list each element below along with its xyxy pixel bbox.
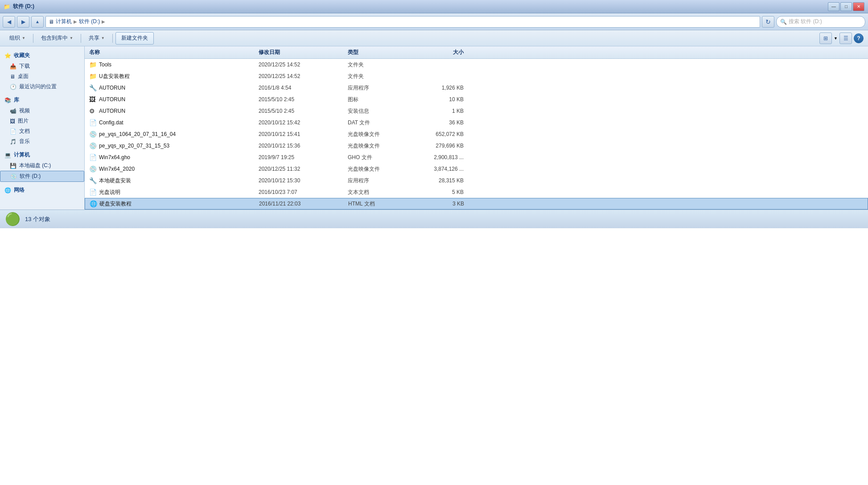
table-row[interactable]: ⚙ AUTORUN 2015/5/10 2:45 安装信息 1 KB bbox=[85, 105, 868, 117]
sidebar-item-music[interactable]: 🎵 音乐 bbox=[0, 136, 84, 147]
address-icon: 🖥 bbox=[49, 19, 54, 25]
toolbar-divider-3 bbox=[112, 34, 113, 43]
layout-button[interactable]: ☰ bbox=[839, 33, 852, 44]
file-size: 279,696 KB bbox=[419, 143, 473, 149]
sidebar-item-download[interactable]: 📥 下载 bbox=[0, 61, 84, 71]
include-library-label: 包含到库中 bbox=[41, 34, 68, 42]
table-row[interactable]: 🔧 本地硬盘安装 2020/10/12 15:30 应用程序 28,315 KB bbox=[85, 175, 868, 186]
file-date: 2020/12/25 11:32 bbox=[259, 166, 348, 172]
path-computer[interactable]: 计算机 bbox=[56, 18, 72, 25]
refresh-button[interactable]: ↻ bbox=[762, 16, 774, 28]
file-type: 应用程序 bbox=[348, 177, 419, 185]
help-button[interactable]: ? bbox=[854, 33, 864, 43]
status-app-icon: 🟢 bbox=[4, 211, 21, 227]
file-icon: 🌐 bbox=[90, 200, 99, 207]
file-name: Tools bbox=[99, 62, 259, 68]
file-icon: 📄 bbox=[89, 119, 99, 126]
file-name: 光盘说明 bbox=[99, 189, 259, 196]
table-row[interactable]: 🖼 AUTORUN 2015/5/10 2:45 图标 10 KB bbox=[85, 94, 868, 105]
file-type: 图标 bbox=[348, 96, 419, 103]
table-row[interactable]: 💿 pe_yqs_1064_20_07_31_16_04 2020/10/12 … bbox=[85, 128, 868, 140]
sidebar: ⭐ 收藏夹 📥 下载 🖥 桌面 🕐 最近访问的位置 📚 库 bbox=[0, 46, 85, 210]
addressbar: ◀ ▶ ▲ 🖥 计算机 ▶ 软件 (D:) ▶ ↻ 🔍 搜索 软件 (D:) bbox=[0, 13, 868, 30]
sidebar-header-favorites[interactable]: ⭐ 收藏夹 bbox=[0, 50, 84, 61]
file-type: 应用程序 bbox=[348, 84, 419, 92]
sidebar-header-network[interactable]: 🌐 网络 bbox=[0, 185, 84, 196]
forward-button[interactable]: ▶ bbox=[17, 16, 29, 28]
search-box[interactable]: 🔍 搜索 软件 (D:) bbox=[776, 16, 865, 28]
file-date: 2020/10/12 15:30 bbox=[259, 177, 348, 184]
view-button[interactable]: ⊞ bbox=[819, 33, 832, 44]
file-name: AUTORUN bbox=[99, 96, 259, 103]
sidebar-item-c-drive[interactable]: 💾 本地磁盘 (C:) bbox=[0, 160, 84, 171]
file-type: 文件夹 bbox=[348, 61, 419, 69]
file-icon: 💿 bbox=[89, 131, 99, 138]
window-controls: — □ ✕ bbox=[828, 2, 864, 11]
sidebar-item-image[interactable]: 🖼 图片 bbox=[0, 116, 84, 126]
file-icon: ⚙ bbox=[89, 107, 99, 115]
content-area: ⭐ 收藏夹 📥 下载 🖥 桌面 🕐 最近访问的位置 📚 库 bbox=[0, 46, 868, 210]
file-type: 光盘映像文件 bbox=[348, 131, 419, 138]
col-name[interactable]: 名称 bbox=[89, 49, 259, 56]
path-drive[interactable]: 软件 (D:) bbox=[79, 18, 100, 25]
file-name: pe_yqs_1064_20_07_31_16_04 bbox=[99, 131, 259, 137]
sidebar-item-desktop[interactable]: 🖥 桌面 bbox=[0, 71, 84, 82]
file-date: 2016/11/21 22:03 bbox=[259, 201, 348, 207]
file-date: 2015/5/10 2:45 bbox=[259, 108, 348, 114]
maximize-button[interactable]: □ bbox=[840, 2, 852, 11]
file-date: 2020/10/12 15:36 bbox=[259, 143, 348, 149]
file-size: 36 KB bbox=[419, 119, 473, 126]
file-size: 28,315 KB bbox=[419, 177, 473, 184]
table-row[interactable]: 📁 U盘安装教程 2020/12/25 14:52 文件夹 bbox=[85, 70, 868, 82]
share-button[interactable]: 共享 ▼ bbox=[84, 32, 110, 45]
back-button[interactable]: ◀ bbox=[3, 16, 15, 28]
table-row[interactable]: 💿 pe_yqs_xp_20_07_31_15_53 2020/10/12 15… bbox=[85, 140, 868, 152]
column-headers: 名称 修改日期 类型 大小 bbox=[85, 46, 868, 59]
statusbar: 🟢 13 个对象 bbox=[0, 210, 868, 228]
sidebar-header-library[interactable]: 📚 库 bbox=[0, 95, 84, 106]
file-type: 安装信息 bbox=[348, 107, 419, 115]
file-size: 2,900,813 ... bbox=[419, 154, 473, 160]
up-button[interactable]: ▲ bbox=[31, 16, 44, 28]
file-icon: 📄 bbox=[89, 154, 99, 161]
file-list: 📁 Tools 2020/12/25 14:52 文件夹 📁 U盘安装教程 20… bbox=[85, 59, 868, 210]
col-type[interactable]: 类型 bbox=[348, 49, 419, 56]
file-size: 5 KB bbox=[419, 189, 473, 195]
minimize-button[interactable]: — bbox=[828, 2, 839, 11]
close-button[interactable]: ✕ bbox=[853, 2, 864, 11]
table-row[interactable]: 📄 光盘说明 2016/10/23 7:07 文本文档 5 KB bbox=[85, 186, 868, 198]
sidebar-header-computer[interactable]: 💻 计算机 bbox=[0, 149, 84, 160]
table-row[interactable]: 📁 Tools 2020/12/25 14:52 文件夹 bbox=[85, 59, 868, 70]
col-modified[interactable]: 修改日期 bbox=[259, 49, 348, 56]
titlebar-title: 📁 软件 (D:) bbox=[4, 3, 34, 10]
music-label: 音乐 bbox=[19, 138, 30, 145]
new-folder-button[interactable]: 新建文件夹 bbox=[115, 32, 154, 45]
sidebar-item-d-drive[interactable]: 💿 软件 (D:) bbox=[0, 171, 84, 182]
address-path[interactable]: 🖥 计算机 ▶ 软件 (D:) ▶ bbox=[45, 16, 760, 28]
file-size: 652,072 KB bbox=[419, 131, 473, 137]
table-row[interactable]: 💿 Win7x64_2020 2020/12/25 11:32 光盘映像文件 3… bbox=[85, 163, 868, 175]
computer-icon: 💻 bbox=[4, 152, 11, 158]
table-row[interactable]: 🔧 AUTORUN 2016/1/8 4:54 应用程序 1,926 KB bbox=[85, 82, 868, 94]
download-icon: 📥 bbox=[10, 63, 16, 70]
image-icon: 🖼 bbox=[10, 118, 15, 124]
table-row[interactable]: 🌐 硬盘安装教程 2016/11/21 22:03 HTML 文档 3 KB bbox=[85, 198, 868, 210]
d-drive-icon: 💿 bbox=[10, 173, 17, 180]
file-type: DAT 文件 bbox=[348, 119, 419, 127]
table-row[interactable]: 📄 Config.dat 2020/10/12 15:42 DAT 文件 36 … bbox=[85, 117, 868, 128]
view-arrow[interactable]: ▼ bbox=[834, 36, 838, 41]
sidebar-item-video[interactable]: 📹 视频 bbox=[0, 106, 84, 116]
table-row[interactable]: 📄 Win7x64.gho 2019/9/7 19:25 GHO 文件 2,90… bbox=[85, 152, 868, 163]
include-library-button[interactable]: 包含到库中 ▼ bbox=[36, 32, 78, 45]
new-folder-label: 新建文件夹 bbox=[121, 35, 148, 41]
file-name: pe_yqs_xp_20_07_31_15_53 bbox=[99, 143, 259, 149]
sidebar-item-doc[interactable]: 📄 文档 bbox=[0, 126, 84, 136]
col-size[interactable]: 大小 bbox=[419, 49, 473, 56]
file-area: 名称 修改日期 类型 大小 📁 Tools 2020/12/25 14:52 文… bbox=[85, 46, 868, 210]
file-name: AUTORUN bbox=[99, 85, 259, 91]
file-date: 2019/9/7 19:25 bbox=[259, 154, 348, 160]
titlebar: 📁 软件 (D:) — □ ✕ bbox=[0, 0, 868, 13]
organize-button[interactable]: 组织 ▼ bbox=[4, 32, 30, 45]
sidebar-item-recent[interactable]: 🕐 最近访问的位置 bbox=[0, 82, 84, 92]
file-name: 本地硬盘安装 bbox=[99, 177, 259, 185]
